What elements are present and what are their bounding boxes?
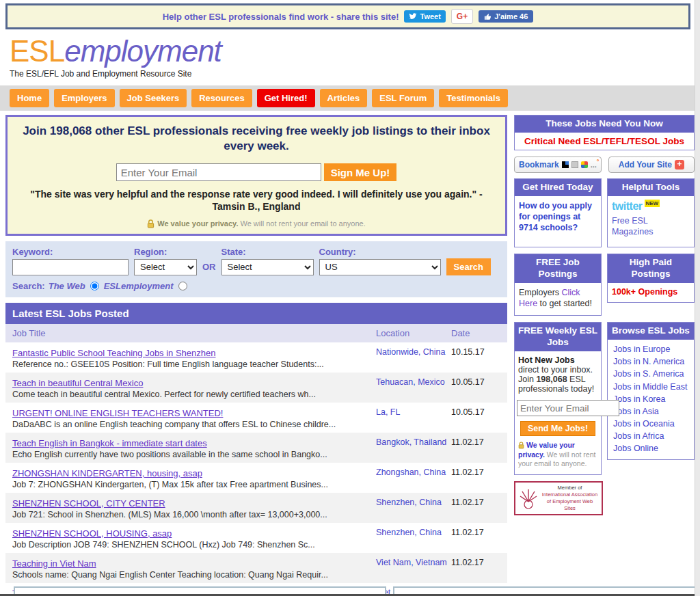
site-logo[interactable]: ESLemployment bbox=[10, 36, 700, 66]
jobs-in-s-america-link[interactable]: Jobs in S. America bbox=[613, 368, 688, 380]
job-title-link[interactable]: Fantastic Public School Teaching Jobs in… bbox=[12, 348, 216, 358]
privacy-rest-text: We will not rent your email to anyone. bbox=[238, 219, 365, 228]
nav-articles[interactable]: Articles bbox=[320, 89, 368, 107]
jobs-in-asia-link[interactable]: Jobs in Asia bbox=[613, 405, 688, 418]
or-label: OR bbox=[202, 262, 216, 275]
job-description: Job 7: ZHONGSHAN Kindergarten, (T) Max 1… bbox=[12, 480, 369, 489]
scope-site-label: ESLemployment bbox=[104, 281, 174, 291]
table-row: SHENZHEN SCHOOL, CITY CENTERJob 721: Sch… bbox=[5, 493, 507, 523]
gplus-label: G+ bbox=[457, 12, 468, 21]
jobs-column-headers: Job Title Location Date bbox=[5, 324, 507, 342]
job-location: Shenzhen, China bbox=[376, 527, 451, 550]
country-select[interactable]: US bbox=[319, 259, 441, 275]
twitter-bird-icon bbox=[409, 12, 417, 21]
job-description: Job 721: School in Shenzhen. (MLS) Max 1… bbox=[12, 510, 369, 519]
free-esl-magazines-link[interactable]: Free ESL Magazines bbox=[612, 215, 690, 238]
nav-testimonials[interactable]: Testimonials bbox=[439, 89, 508, 107]
add-your-site-button[interactable]: Add Your Site + bbox=[608, 157, 695, 173]
nav-home[interactable]: Home bbox=[10, 89, 49, 107]
email-field[interactable] bbox=[116, 163, 321, 181]
share-message: Help other ESL professionals find work -… bbox=[163, 12, 399, 22]
critical-need-link[interactable]: Critical Need ESL/TEFL/TESOL Jobs bbox=[515, 133, 694, 150]
jobs-in-korea-link[interactable]: Jobs in Korea bbox=[613, 393, 688, 405]
jobs-in-n-america-link[interactable]: Jobs in N. America bbox=[613, 355, 688, 368]
google-plus-button[interactable]: G+ bbox=[451, 9, 473, 24]
jobs-in-europe-link[interactable]: Jobs in Europe bbox=[613, 343, 688, 355]
col-date: Date bbox=[451, 328, 500, 338]
send-me-jobs-button[interactable]: Send Me Jobs! bbox=[520, 421, 595, 436]
nav-esl-forum[interactable]: ESL Forum bbox=[372, 89, 434, 107]
job-title-link[interactable]: ZHONGSHAN KINDERGARTEN, housing, asap bbox=[12, 468, 202, 478]
like-label: J'aime 46 bbox=[494, 12, 528, 21]
add-site-label: Add Your Site bbox=[619, 160, 672, 170]
job-title-link[interactable]: SHENZHEN SCHOOL, CITY CENTER bbox=[12, 498, 165, 509]
jobs-in-africa-link[interactable]: Jobs in Africa bbox=[613, 430, 688, 442]
job-title-link[interactable]: Teach English in Bangkok - immediate sta… bbox=[12, 438, 207, 448]
state-label: State: bbox=[221, 247, 314, 257]
jobs-in-middle-east-link[interactable]: Jobs in Middle East bbox=[613, 381, 688, 393]
sidebar-email-field[interactable] bbox=[517, 400, 619, 416]
helpful-tools-title: Helpful Tools bbox=[608, 179, 694, 196]
keyword-label: Keyword: bbox=[12, 247, 129, 257]
high-paid-title: High Paid Postings bbox=[608, 254, 694, 283]
table-row: Teach in beautiful Central MexicoCome te… bbox=[5, 372, 507, 403]
nav-get-hired[interactable]: Get Hired! bbox=[257, 89, 315, 107]
browse-jobs-title: Browse ESL Jobs bbox=[608, 323, 694, 340]
table-row: URGENT! ONLINE ENGLISH TEACHERS WANTED!D… bbox=[5, 403, 507, 433]
col-location: Location bbox=[376, 328, 451, 338]
tweet-button[interactable]: Tweet bbox=[404, 10, 445, 23]
jobs-online-link[interactable]: Jobs Online bbox=[613, 442, 688, 455]
bookmark-button[interactable]: Bookmark ... bbox=[514, 157, 602, 173]
latest-jobs-section: Latest ESL Jobs Posted Job Title Locatio… bbox=[5, 303, 507, 596]
search-button[interactable]: Search bbox=[446, 258, 491, 275]
helpful-tools-box: Helpful Tools twitterNEW Free ESL Magazi… bbox=[607, 178, 695, 247]
jobs-need-you-box: These Jobs Need You Now Critical Need ES… bbox=[514, 115, 695, 150]
member-badge: Member of International Association of E… bbox=[514, 481, 603, 516]
association-tree-icon bbox=[518, 487, 539, 510]
high-paid-link[interactable]: 100k+ Openings bbox=[612, 287, 677, 297]
job-date: 11.02.17 bbox=[451, 557, 500, 580]
table-row: Teach English in Bangkok - immediate sta… bbox=[5, 433, 507, 463]
job-description: Job Description JOB 749: SHENZHEN SCHOOL… bbox=[12, 540, 369, 550]
lock-icon bbox=[147, 219, 154, 228]
hot-new-jobs-text: Hot New Jobs bbox=[518, 355, 575, 365]
scope-label: Search: bbox=[12, 281, 45, 291]
privacy-bold-text: We value your privacy. bbox=[157, 219, 238, 228]
bookmark-label: Bookmark bbox=[519, 160, 559, 170]
sign-me-up-button[interactable]: Sign Me Up! bbox=[324, 163, 397, 181]
nav-resources[interactable]: Resources bbox=[191, 89, 252, 107]
nav-job-seekers[interactable]: Job Seekers bbox=[120, 89, 187, 107]
job-description: Come teach in beautiful central Mexico. … bbox=[12, 390, 369, 399]
job-date: 10.05.17 bbox=[451, 407, 500, 429]
job-title-link[interactable]: SHENZHEN SCHOOL, HOUSING, asap bbox=[12, 528, 172, 539]
job-location: Nationwide, China bbox=[376, 347, 451, 369]
table-row: Fantastic Public School Teaching Jobs in… bbox=[5, 342, 507, 372]
state-select[interactable]: Select bbox=[221, 259, 314, 275]
scope-site-radio[interactable] bbox=[178, 282, 187, 290]
sidebar-privacy-note: We value your privacy. We will not rent … bbox=[518, 441, 597, 469]
get-hired-title: Get Hired Today bbox=[515, 179, 601, 196]
nav-employers[interactable]: Employers bbox=[54, 89, 114, 107]
twitter-logo[interactable]: twitter bbox=[612, 200, 643, 212]
job-search-panel: Keyword: Region: Select OR State: Select bbox=[5, 241, 507, 297]
job-description: DaDaABC is an online English teaching co… bbox=[12, 420, 369, 429]
share-service-icon bbox=[571, 161, 578, 168]
vertical-scrollbar[interactable] bbox=[695, 0, 700, 596]
scope-web-radio[interactable] bbox=[90, 282, 99, 290]
jobs-in-oceania-link[interactable]: Jobs in Oceania bbox=[613, 418, 688, 430]
keyword-input[interactable] bbox=[12, 259, 129, 275]
lock-icon bbox=[518, 442, 524, 449]
job-title-link[interactable]: Teach in beautiful Central Mexico bbox=[12, 378, 144, 388]
region-label: Region: bbox=[134, 247, 197, 257]
table-row: ZHONGSHAN KINDERGARTEN, housing, asapJob… bbox=[5, 463, 507, 493]
facebook-like-button[interactable]: J'aime 46 bbox=[479, 10, 533, 23]
job-title-link[interactable]: Teaching in Viet Nam bbox=[12, 558, 96, 569]
free-postings-pre: Employers bbox=[519, 288, 562, 297]
delicious-icon bbox=[562, 161, 569, 168]
get-hired-question-link[interactable]: How do you apply for openings at 9714 sc… bbox=[519, 201, 592, 233]
region-select[interactable]: Select bbox=[134, 259, 197, 275]
main-nav: Home Employers Job Seekers Resources Get… bbox=[0, 85, 700, 111]
member-line2: International Association bbox=[541, 491, 599, 498]
job-title-link[interactable]: URGENT! ONLINE ENGLISH TEACHERS WANTED! bbox=[12, 408, 223, 418]
weekly-count: 198,068 bbox=[536, 375, 567, 384]
